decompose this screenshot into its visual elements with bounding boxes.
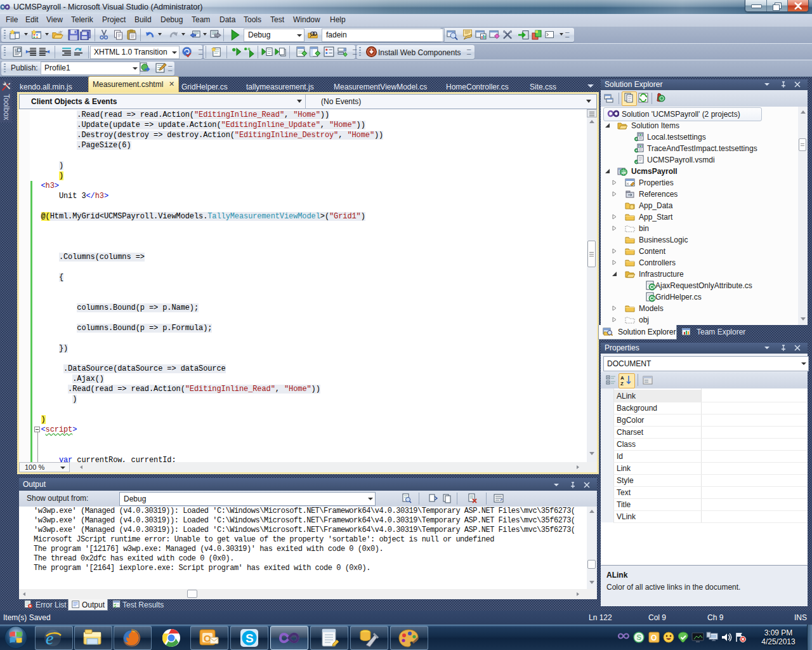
svg-text:e: e bbox=[46, 628, 53, 648]
svg-text:A: A bbox=[620, 375, 624, 381]
svg-text:S: S bbox=[637, 633, 641, 641]
svg-text:Z: Z bbox=[620, 381, 624, 386]
svg-text:S: S bbox=[246, 632, 254, 645]
svg-text:O: O bbox=[651, 633, 657, 642]
